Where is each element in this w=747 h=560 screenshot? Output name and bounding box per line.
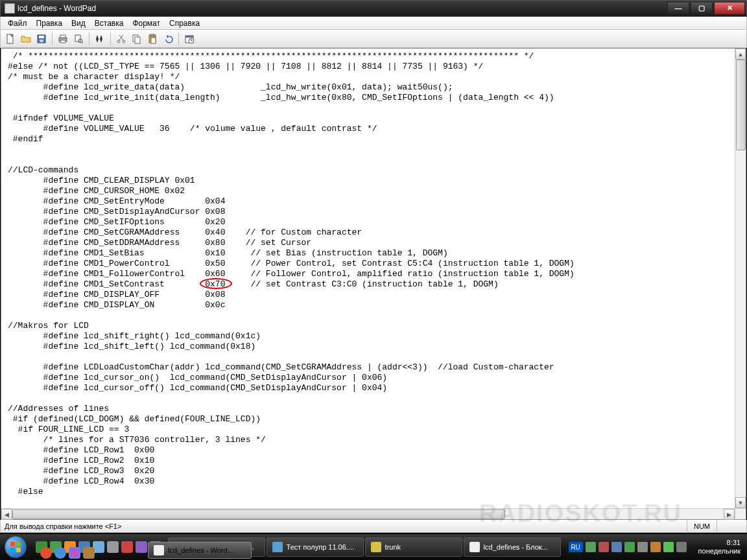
minimize-button[interactable]: — [667,3,689,15]
svg-line-9 [82,42,83,43]
svg-rect-26 [10,548,15,552]
status-bar: Для вывода справки нажмите <F1> NUM [0,520,747,533]
vertical-scrollbar[interactable]: ▲ ▼ [735,49,746,508]
window-title: lcd_defines - WordPad [18,4,666,13]
task-icon [371,542,381,552]
taskbar-clock[interactable]: 8:31 понедельник [692,539,747,555]
scroll-right-button[interactable]: ▶ [724,509,735,520]
title-bar: lcd_defines - WordPad — ▢ ✕ [0,0,747,17]
copy-button[interactable] [130,32,144,46]
save-button[interactable] [34,32,49,46]
start-button[interactable] [0,534,32,560]
task-label: lcd_defines - Блок... [484,543,548,551]
cut-button[interactable] [114,32,128,46]
print-button[interactable] [56,32,70,46]
system-tray: RU [563,542,692,552]
clock-day: понедельник [698,547,741,555]
svg-rect-7 [75,35,80,41]
svg-rect-24 [10,542,15,546]
menu-edit[interactable]: Правка [32,18,67,29]
task-wordpad-active[interactable]: lcd_defines - Word... [148,542,252,559]
windows-orb-icon [5,536,27,558]
clock-time: 8:31 [698,539,741,547]
svg-point-13 [123,40,125,43]
toolbar [0,30,747,48]
maximize-button[interactable]: ▢ [691,3,713,15]
document-text[interactable]: /* *************************************… [8,51,732,497]
tray-icon-2[interactable] [599,542,609,552]
tray-icon-5[interactable] [637,542,648,552]
svg-rect-18 [151,38,156,43]
task-label: lcd_defines - Word... [168,546,233,554]
open-file-button[interactable] [19,32,33,46]
paste-button[interactable] [145,32,160,46]
task-item-3[interactable]: lcd_defines - Блок... [464,537,561,557]
tray-icon-3[interactable] [611,542,622,552]
status-num-lock: NUM [687,520,717,532]
menu-view[interactable]: Вид [67,18,90,29]
menu-file[interactable]: Файл [3,18,32,29]
ql-icon-6[interactable] [107,541,119,553]
datetime-button[interactable] [182,32,196,46]
language-indicator[interactable]: RU [569,542,583,552]
taskbar: Новая вкладка - S...Тест полупр 11.06...… [0,534,747,560]
task-item-1[interactable]: Тест полупр 11.06.... [267,537,364,557]
text-editor[interactable]: /* *************************************… [1,49,735,508]
svg-rect-2 [39,36,44,38]
vertical-scroll-thumb[interactable] [736,60,746,150]
ql-icon-7[interactable] [121,541,133,553]
svg-rect-3 [40,40,43,42]
svg-rect-25 [16,542,21,546]
scroll-up-button[interactable]: ▲ [735,49,746,60]
wordpad-icon [154,545,164,555]
scroll-left-button[interactable]: ◀ [1,509,12,520]
scroll-down-button[interactable]: ▼ [735,497,746,508]
status-empty-cell [717,520,742,532]
svg-point-12 [117,40,120,43]
tray-icon-1[interactable] [586,542,596,552]
ql-icon-8[interactable] [136,541,147,553]
ql2-icon-1[interactable] [40,547,52,559]
svg-rect-20 [185,36,193,38]
tray-icon-6[interactable] [650,542,661,552]
svg-rect-5 [60,35,65,38]
menu-insert[interactable]: Вставка [90,18,128,29]
ql2-icon-2[interactable] [54,547,66,559]
ql2-icon-3[interactable] [69,547,80,559]
task-icon [469,542,480,552]
ql2-icon-4[interactable] [83,547,95,559]
horizontal-scroll-thumb[interactable] [12,509,505,519]
menu-bar: Файл Правка Вид Вставка Формат Справка [0,17,747,30]
menu-format[interactable]: Формат [128,18,165,29]
svg-rect-15 [135,37,140,43]
task-label: Тест полупр 11.06.... [287,543,354,551]
tray-icon-8[interactable] [676,542,687,552]
new-file-button[interactable] [3,32,18,46]
task-item-2[interactable]: trunk [365,537,462,557]
quick-launch-row2 [40,547,95,559]
print-preview-button[interactable] [71,32,86,46]
svg-rect-6 [60,40,65,43]
app-icon [5,3,15,14]
task-icon [272,542,283,552]
undo-button[interactable] [161,32,175,46]
tray-icon-7[interactable] [663,542,674,552]
editor-area: /* *************************************… [1,48,746,520]
horizontal-scrollbar[interactable]: ◀ ▶ [1,508,735,519]
taskbar-row2: lcd_defines - Word... [148,542,252,559]
tray-icon-4[interactable] [624,542,635,552]
status-help-text: Для вывода справки нажмите <F1> [5,522,121,530]
close-button[interactable]: ✕ [714,3,745,15]
find-button[interactable] [93,32,107,46]
menu-help[interactable]: Справка [165,18,204,29]
svg-rect-27 [16,548,21,552]
scroll-corner [735,508,746,519]
task-label: trunk [385,543,401,551]
window-controls: — ▢ ✕ [666,3,745,15]
svg-rect-17 [150,34,154,36]
